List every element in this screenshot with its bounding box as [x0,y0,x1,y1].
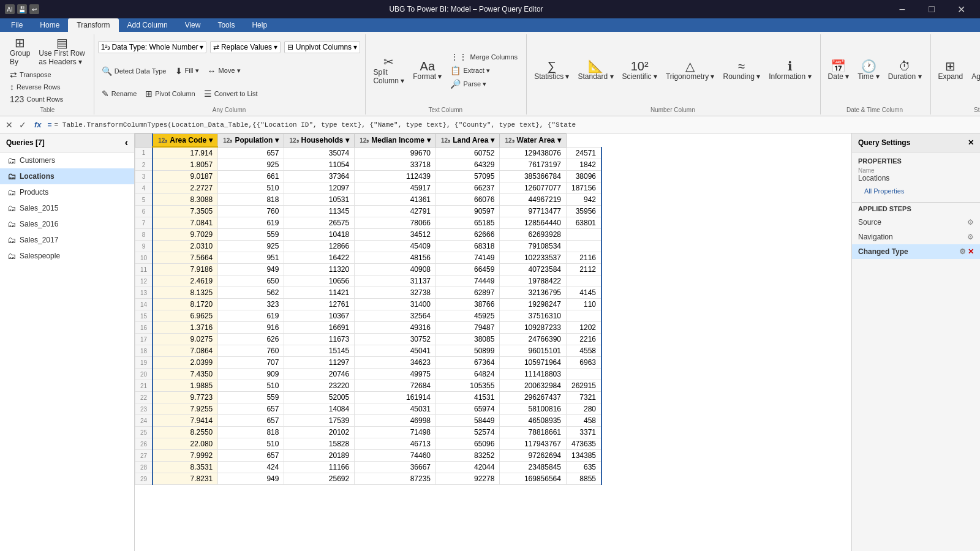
table-row: 58.308881810531413616607644967219942 [135,194,602,206]
row-num-cell: 3 [135,171,153,182]
table-row: 229.772355952005161914415312962674377321 [135,392,602,403]
use-first-row-button[interactable]: ▤ Use First Rowas Headers ▾ [35,36,88,67]
col-header-median-income[interactable]: 12₃Median Income▾ [355,134,436,148]
minimize-button[interactable]: – [888,0,916,18]
col-header-population[interactable]: 12₃Population▾ [218,134,284,148]
col-header-households[interactable]: 12₃Households▾ [284,134,355,148]
table-cell: 458 [566,415,601,427]
tab-view[interactable]: View [176,18,209,32]
replace-values-dropdown[interactable]: ⇄ Replace Values ▾ [210,41,281,53]
query-item-sales_2015[interactable]: 🗂Sales_2015 [0,200,134,216]
time-button[interactable]: 🕐 Time ▾ [854,59,883,82]
query-item-customers[interactable]: 🗂Customers [0,152,134,168]
ribbon-group-table-btns2: ⇄ Transpose [6,69,55,81]
table-cell: 323 [218,299,284,310]
pivot-column-button[interactable]: ⊞ Pivot Column [141,88,198,100]
group-by-button[interactable]: ⊞ GroupBy [6,36,34,67]
table-cell: 68318 [436,241,500,252]
transpose-button[interactable]: ⇄ Transpose [6,69,55,81]
rename-button[interactable]: ✎ Rename [98,88,141,100]
data-type-dropdown[interactable]: 1²₃ Data Type: Whole Number ▾ [98,41,206,53]
aggregate-button[interactable]: ∑ Aggregate [968,59,980,82]
convert-to-list-button[interactable]: ☰ Convert to List [200,88,262,100]
table-cell: 40723584 [500,264,567,276]
step-gear-icon[interactable]: ⚙ [967,218,974,227]
name-value[interactable]: Locations [858,174,974,182]
table-cell: 11673 [284,334,355,345]
table-cell: 7321 [566,392,601,403]
table-cell: 78818661 [500,427,567,438]
title-text: UBG To Power BI: Model – Power Query Edi… [44,5,888,13]
date-button[interactable]: 📅 Date ▾ [824,59,853,82]
statistics-button[interactable]: ∑ Statistics ▾ [530,59,573,82]
query-item-salespeople[interactable]: 🗂Salespeople [0,248,134,264]
table-cell: 2.4619 [153,276,218,287]
undo-icon[interactable]: ↩ [29,4,39,14]
date-icon: 📅 [831,60,846,72]
tab-help[interactable]: Help [243,18,276,32]
col-header-land-area[interactable]: 12₃Land Area▾ [436,134,500,148]
format-button[interactable]: Aa Format ▾ [409,59,445,82]
table-cell: 20189 [284,450,355,462]
all-properties-link[interactable]: All Properties [858,185,974,197]
table-cell: 10656 [284,276,355,287]
step-delete-icon[interactable]: ✕ [968,247,974,256]
formula-text[interactable]: = Table.TransformColumnTypes(Location_Da… [55,121,976,129]
reverse-rows-button[interactable]: ↕ Reverse Rows [6,81,64,93]
query-item-products[interactable]: 🗂Products [0,184,134,200]
formula-cancel-button[interactable]: ✕ [4,120,15,130]
rounding-button[interactable]: ≈ Rounding ▾ [719,59,764,82]
tab-tools[interactable]: Tools [209,18,243,32]
query-item-sales_2016[interactable]: 🗂Sales_2016 [0,216,134,232]
detect-data-type-button[interactable]: 🔍 Detect Data Type [98,65,170,77]
col-header-area-code[interactable]: 12₃Area Code▾ [153,134,218,148]
col-header-water-area[interactable]: 12₃Water Area▾ [500,134,567,148]
trigonometry-icon: △ [685,60,695,72]
table-cell: 65185 [436,217,500,229]
table-cell: 12866 [284,241,355,252]
step-gear-icon[interactable]: ⚙ [959,247,966,256]
data-table-wrapper[interactable]: 12₃Area Code▾12₃Population▾12₃Households… [135,133,851,551]
extract-button[interactable]: 📋 Extract ▾ [447,64,521,77]
query-settings-close-icon[interactable]: ✕ [968,138,974,147]
information-button[interactable]: ℹ Information ▾ [765,59,815,82]
table-row: 156.962561910367325644592537516310 [135,310,602,322]
applied-step-changed-type[interactable]: Changed Type⚙✕ [852,244,980,259]
expand-button[interactable]: ⊞ Expand [935,59,967,82]
scientific-button[interactable]: 10² Scientific ▾ [619,59,661,82]
unpivot-columns-dropdown[interactable]: ⊟ Unpivot Columns ▾ [284,41,360,53]
close-button[interactable]: ✕ [947,0,975,18]
queries-collapse-icon[interactable]: ‹ [125,137,128,148]
tab-transform[interactable]: Transform [68,18,118,32]
move-button[interactable]: ↔ Move ▾ [204,65,244,77]
table-cell: 128564440 [500,217,567,229]
step-gear-icon[interactable]: ⚙ [967,233,974,241]
save-icon[interactable]: 💾 [17,4,27,14]
split-column-button[interactable]: ✂ SplitColumn ▾ [369,54,408,86]
formula-confirm-button[interactable]: ✓ [17,120,28,130]
any-col-btns3: ✎ Rename ⊞ Pivot Column ☰ Convert to Lis… [98,83,262,105]
table-row: 187.0864760151454504150899960151014558 [135,345,602,357]
table-cell: 49975 [355,369,436,380]
applied-step-navigation[interactable]: Navigation⚙ [852,230,980,244]
duration-button[interactable]: ⏱ Duration ▾ [884,59,925,82]
properties-title: PROPERTIES [858,157,974,165]
merge-columns-button[interactable]: ⋮⋮ Merge Columns [447,51,521,63]
applied-step-source[interactable]: Source⚙ [852,215,980,230]
tab-home[interactable]: Home [31,18,68,32]
parse-button[interactable]: 🔎 Parse ▾ [447,78,521,90]
tab-add-column[interactable]: Add Column [119,18,176,32]
count-rows-button[interactable]: 123 Count Rows [6,93,67,105]
table-cell: 41531 [436,392,500,403]
table-cell: 42791 [355,206,436,217]
name-field: Name Locations [858,167,974,182]
table-cell: 16422 [284,252,355,264]
maximize-button[interactable]: □ [918,0,946,18]
fill-button[interactable]: ⬇ Fill ▾ [172,65,203,77]
standard-button[interactable]: 📐 Standard ▾ [574,59,617,82]
trigonometry-button[interactable]: △ Trigonometry ▾ [662,59,718,82]
tab-file[interactable]: File [2,18,31,32]
query-item-sales_2017[interactable]: 🗂Sales_2017 [0,232,134,248]
query-item-locations[interactable]: 🗂Locations [0,168,134,184]
ribbon-group-table-btns4: 123 Count Rows [6,93,67,105]
